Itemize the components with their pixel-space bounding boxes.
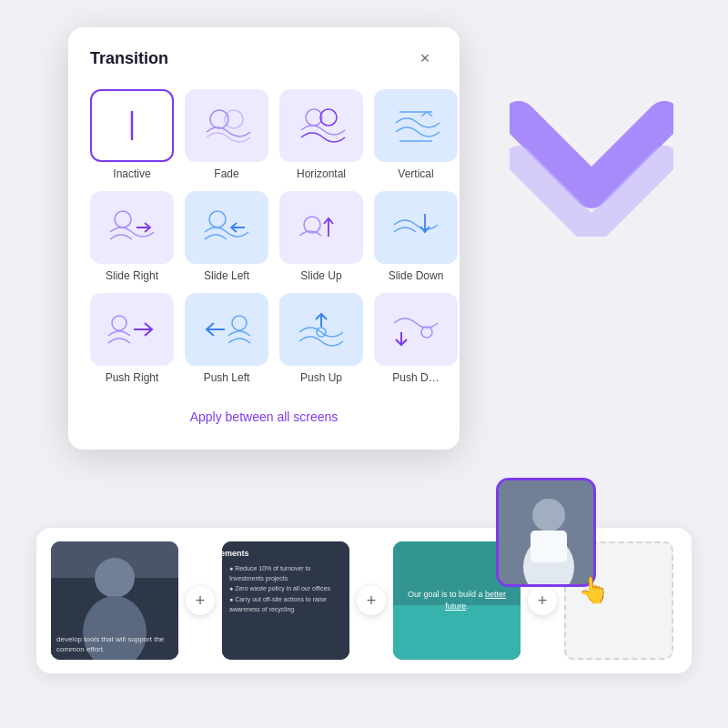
transition-item-slide-up[interactable]: Slide Up [279, 191, 363, 282]
transitions-grid: Inactive Fade [90, 89, 438, 384]
plus-button-3[interactable]: + [528, 586, 557, 615]
plus-button-1[interactable]: + [186, 586, 215, 615]
transition-item-slide-right[interactable]: Slide Right [90, 191, 174, 282]
transition-label-push-up: Push Up [300, 371, 342, 384]
transition-icon-push-right [90, 293, 174, 366]
scene: Transition × Inactive [0, 0, 728, 728]
plus-button-2[interactable]: + [357, 586, 386, 615]
transition-label-push-down: Push D… [392, 371, 439, 384]
card3-text: Our goal is to build a better future. [408, 590, 506, 612]
transition-item-push-left[interactable]: Push Left [185, 293, 268, 384]
transition-icon-horizontal [279, 89, 363, 162]
transition-label-push-left: Push Left [204, 371, 250, 384]
svg-rect-15 [531, 531, 567, 562]
transition-item-slide-left[interactable]: Slide Left [185, 191, 268, 282]
transition-item-horizontal[interactable]: Horizontal [279, 89, 363, 180]
transition-item-fade[interactable]: Fade [185, 89, 268, 180]
card2-bullets: ● Reduce 10% of turnover to Investments … [229, 563, 342, 614]
close-button[interactable]: × [412, 46, 438, 71]
svg-point-11 [421, 327, 432, 338]
transition-item-slide-down[interactable]: Slide Down [374, 191, 458, 282]
transition-item-push-right[interactable]: Push Right [90, 293, 174, 384]
transition-icon-slide-left [185, 191, 268, 264]
svg-point-9 [232, 316, 247, 330]
transition-icon-push-up [279, 293, 363, 366]
transition-label-inactive: Inactive [113, 167, 150, 180]
panel-title: Transition [90, 49, 168, 68]
film-card-1[interactable]: develop tools that will support the comm… [51, 541, 178, 660]
card1-caption: develop tools that will support the comm… [56, 635, 173, 654]
svg-point-5 [115, 211, 131, 228]
transition-item-inactive[interactable]: Inactive [90, 89, 174, 180]
transition-panel: Transition × Inactive [68, 27, 460, 450]
svg-point-1 [210, 110, 228, 128]
cursor-hand-icon: 👆 [578, 575, 610, 605]
transition-icon-push-left [185, 293, 268, 366]
transition-icon-inactive [90, 89, 174, 162]
transition-icon-push-down [374, 293, 458, 366]
svg-point-13 [532, 499, 565, 531]
transition-label-push-right: Push Right [106, 371, 159, 384]
transition-item-push-up[interactable]: Push Up [279, 293, 363, 384]
svg-point-7 [304, 217, 320, 233]
transition-label-fade: Fade [214, 167, 238, 180]
svg-point-2 [225, 110, 243, 128]
floating-video-card [496, 478, 596, 587]
transition-icon-slide-down [374, 191, 458, 264]
transition-label-vertical: Vertical [398, 167, 433, 180]
transition-icon-vertical [374, 89, 458, 162]
svg-point-8 [112, 316, 126, 330]
transition-icon-slide-right [90, 191, 174, 264]
film-card-2[interactable]: Engagements ● Reduce 10% of turnover to … [222, 541, 349, 660]
transition-label-slide-down: Slide Down [389, 269, 444, 282]
transition-label-slide-left: Slide Left [204, 269, 249, 282]
transition-label-slide-up: Slide Up [300, 269, 341, 282]
svg-point-6 [209, 211, 226, 228]
apply-link[interactable]: Apply between all screens [90, 402, 438, 428]
card2-title: Engagements [222, 549, 286, 558]
svg-point-18 [95, 558, 135, 598]
transition-icon-fade [185, 89, 268, 162]
chevron-decoration [510, 91, 673, 237]
transition-item-vertical[interactable]: Vertical [374, 89, 458, 180]
transition-icon-slide-up [279, 191, 363, 264]
panel-header: Transition × [90, 46, 438, 71]
transition-label-horizontal: Horizontal [297, 167, 346, 180]
transition-item-push-down[interactable]: Push D… [374, 293, 458, 384]
transition-label-slide-right: Slide Right [106, 269, 158, 282]
